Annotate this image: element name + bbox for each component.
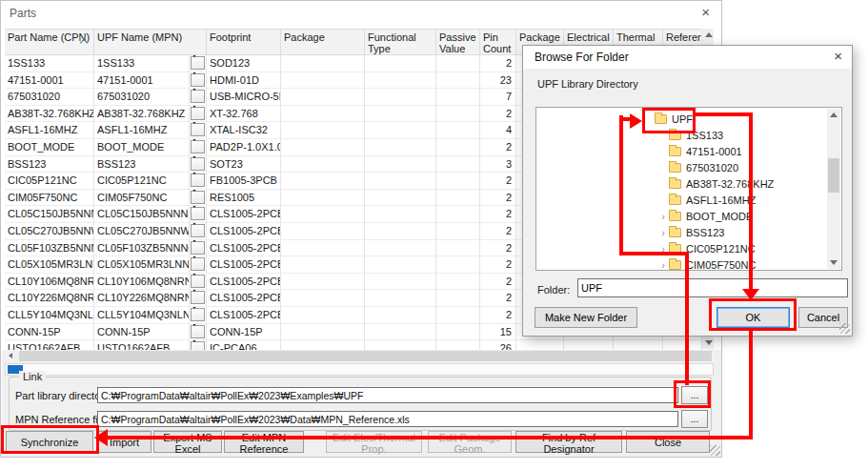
folder-icon [669, 147, 681, 156]
scroll-up-icon[interactable] [705, 32, 713, 37]
upf-name-dropdown-button[interactable] [191, 56, 205, 70]
annotation-line-upf-to-ok-horizontal [694, 112, 753, 116]
scroll-down-icon[interactable] [705, 340, 713, 345]
window-close-icon[interactable]: × [701, 4, 710, 20]
upf-name-dropdown-button[interactable] [191, 308, 205, 321]
mpn-reference-file-field[interactable] [97, 411, 678, 427]
cell-footprint: SOD123 [207, 55, 281, 72]
cell-passive-value [436, 173, 480, 190]
find-by-ref-designator-button[interactable]: Find by Ref Designator [515, 431, 622, 453]
cell-upf-name: 47151-0001 [94, 72, 190, 90]
cell-part-name: 1SS133 [5, 55, 94, 72]
horizontal-scrollbar[interactable] [5, 351, 714, 361]
upf-name-dropdown-button[interactable] [191, 191, 205, 204]
cell-upf-dropdown [190, 340, 207, 350]
upf-name-dropdown-button[interactable] [191, 341, 205, 350]
cell-footprint: CLS1005-2PCB [207, 240, 281, 257]
chevron-right-icon[interactable]: › [657, 211, 669, 222]
tree-scroll-thumb[interactable] [828, 158, 839, 193]
column-header-part-name[interactable]: Part Name (CPN) [5, 30, 94, 54]
chevron-right-icon[interactable]: › [657, 227, 669, 238]
tree-item[interactable]: 675031020 [536, 159, 828, 175]
tree-item[interactable]: ›BOOT_MODE [536, 208, 828, 224]
dialog-close-icon[interactable]: × [834, 48, 842, 64]
part-library-directory-field[interactable] [97, 387, 678, 403]
parts-titlebar: Parts × [1, 1, 721, 26]
close-button[interactable]: Close [626, 431, 710, 453]
tree-item[interactable]: ›BSS123 [536, 224, 828, 240]
upf-name-dropdown-button[interactable] [191, 291, 205, 304]
cell-pin-count: 26 [480, 340, 516, 350]
column-header-footprint[interactable]: Footprint [207, 30, 281, 54]
browse-mpn-reference-button[interactable]: ... [681, 410, 708, 428]
cell-pin-count: 2 [480, 256, 516, 274]
cell-thermal [614, 340, 663, 350]
chevron-down-icon [192, 55, 197, 72]
upf-name-dropdown-button[interactable] [191, 325, 205, 338]
cell-functional-type [365, 240, 436, 257]
export-ms-excel-button[interactable]: Export MS Excel [153, 431, 222, 453]
column-header-upf-name[interactable]: UPF Name (MPN) [94, 30, 207, 54]
cell-footprint: CLS1005-2PCB [207, 206, 281, 223]
cell-part-name: BSS123 [5, 156, 94, 174]
cell-upf-name: USTQ1662AFB [94, 340, 190, 350]
chevron-right-icon[interactable]: › [657, 259, 669, 271]
column-header-passive-value[interactable]: Passive Value [436, 30, 480, 54]
cell-passive-value [436, 122, 480, 139]
table-row[interactable]: USTQ1662AFBUSTQ1662AFBIC-PCA0626 [5, 340, 702, 350]
cell-passive-value [436, 256, 480, 274]
upf-name-dropdown-button[interactable] [191, 157, 205, 171]
cell-upf-dropdown [190, 55, 207, 72]
upf-name-dropdown-button[interactable] [191, 257, 205, 271]
upf-name-dropdown-button[interactable] [191, 174, 205, 187]
tree-item[interactable]: 47151-0001 [536, 143, 828, 159]
horizontal-scroll-thumb[interactable] [19, 351, 712, 361]
column-header-functional-type[interactable]: Functional Type [365, 30, 436, 54]
link-group-label: Link [19, 371, 46, 382]
cell-footprint: CLS1005-2PCB [207, 290, 281, 307]
tree-item-label: BOOT_MODE [686, 211, 753, 222]
tree-scroll-down-icon[interactable] [830, 260, 838, 265]
secondary-scrollbar[interactable] [5, 363, 714, 376]
cell-upf-dropdown [190, 324, 207, 341]
cell-upf-dropdown [190, 122, 207, 139]
window-resize-grip[interactable] [710, 445, 720, 456]
column-header-pin-count[interactable]: Pin Count [480, 30, 516, 54]
upf-name-dropdown-button[interactable] [191, 140, 205, 153]
cell-upf-name: 1SS133 [94, 55, 190, 72]
cell-footprint: FB1005-3PCB [207, 173, 281, 190]
edit-mpn-reference-button[interactable]: Edit MPN Reference [224, 431, 304, 453]
make-new-folder-button[interactable]: Make New Folder [535, 307, 637, 328]
upf-name-dropdown-button[interactable] [191, 275, 205, 288]
annotation-box-dots-button [674, 380, 711, 408]
cell-upf-name: ASFL1-16MHZ [94, 122, 190, 139]
cell-functional-type [365, 173, 436, 190]
upf-name-dropdown-button[interactable] [191, 224, 205, 237]
tree-scroll-up-icon[interactable] [830, 112, 838, 117]
cell-pin-count: 7 [480, 89, 516, 106]
tree-scrollbar[interactable] [827, 109, 840, 269]
cell-upf-dropdown [190, 72, 207, 90]
cell-part-name: CONN-15P [5, 324, 94, 341]
cell-passive-value [436, 324, 480, 341]
screen: Parts × Part Name (CPN) UPF Name (MPN) F… [0, 0, 868, 470]
dialog-resize-grip[interactable] [839, 323, 850, 334]
upf-name-dropdown-button[interactable] [191, 207, 205, 220]
upf-name-dropdown-button[interactable] [191, 73, 205, 87]
upf-name-dropdown-button[interactable] [191, 107, 205, 120]
tree-item[interactable]: AB38T-32.768KHZ [536, 175, 828, 192]
tree-item[interactable]: ASFL1-16MHZ [536, 192, 828, 208]
chevron-down-icon [192, 290, 197, 306]
cell-package [281, 72, 365, 90]
cell-part-name: CIM05F750NC [5, 190, 94, 207]
upf-name-dropdown-button[interactable] [191, 90, 205, 103]
tree-item[interactable]: ›CIM05F750NC [536, 256, 828, 271]
cell-pin-count: 2 [480, 290, 516, 307]
scroll-left-button[interactable] [5, 351, 18, 361]
cell-reference [663, 340, 701, 350]
column-header-package[interactable]: Package [281, 30, 365, 54]
upf-name-dropdown-button[interactable] [191, 123, 205, 136]
cell-passive-value [436, 240, 480, 257]
folder-field[interactable] [577, 278, 848, 297]
upf-name-dropdown-button[interactable] [191, 241, 205, 255]
